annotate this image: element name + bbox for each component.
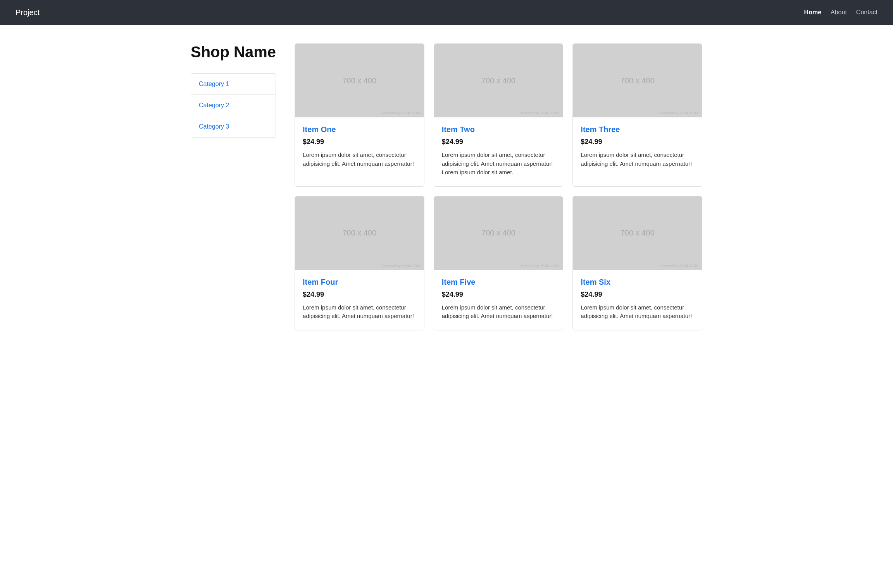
product-info: Item Six$24.99Lorem ipsum dolor sit amet… [573,270,702,330]
product-price: $24.99 [442,138,555,146]
product-card: 700 x 400Powered by HTML.COMItem One$24.… [295,43,424,187]
product-card: 700 x 400Powered by HTML.COMItem Six$24.… [572,196,702,330]
category-link[interactable]: Category 3 [191,116,276,137]
navbar: Project HomeAboutContact [0,0,893,25]
image-watermark: Powered by HTML.COM [660,111,698,115]
product-description: Lorem ipsum dolor sit amet, consectetur … [442,303,555,321]
product-image: 700 x 400Powered by HTML.COM [573,44,702,117]
nav-brand: Project [16,8,40,17]
image-watermark: Powered by HTML.COM [521,111,559,115]
page-container: Shop Name Category 1Category 2Category 3… [175,25,718,349]
image-watermark: Powered by HTML.COM [521,264,559,268]
product-description: Lorem ipsum dolor sit amet, consectetur … [581,151,694,168]
nav-link-item: Home [804,9,821,16]
category-link[interactable]: Category 2 [191,95,276,116]
product-title: Item Five [442,278,555,287]
nav-link[interactable]: About [831,9,847,15]
product-title: Item One [303,125,416,134]
product-card: 700 x 400Powered by HTML.COMItem Three$2… [572,43,702,187]
product-title: Item Four [303,278,416,287]
product-card: 700 x 400Powered by HTML.COMItem Five$24… [434,196,564,330]
nav-links: HomeAboutContact [804,9,877,16]
image-dimension-label: 700 x 400 [342,76,376,85]
product-title: Item Two [442,125,555,134]
image-watermark: Powered by HTML.COM [660,264,698,268]
product-image: 700 x 400Powered by HTML.COM [434,196,563,270]
product-image: 700 x 400Powered by HTML.COM [573,196,702,270]
image-dimension-label: 700 x 400 [621,229,655,237]
product-price: $24.99 [581,291,694,299]
product-title: Item Three [581,125,694,134]
product-price: $24.99 [581,138,694,146]
product-price: $24.99 [442,291,555,299]
nav-link[interactable]: Home [804,9,821,15]
product-grid: 700 x 400Powered by HTML.COMItem One$24.… [295,43,702,330]
product-description: Lorem ipsum dolor sit amet, consectetur … [303,303,416,321]
category-list-item: Category 1 [191,74,276,95]
product-info: Item Five$24.99Lorem ipsum dolor sit ame… [434,270,563,330]
image-dimension-label: 700 x 400 [621,76,655,85]
product-image: 700 x 400Powered by HTML.COM [295,196,424,270]
product-description: Lorem ipsum dolor sit amet, consectetur … [581,303,694,321]
product-title: Item Six [581,278,694,287]
nav-link-item: Contact [856,9,877,16]
category-list-item: Category 3 [191,116,276,137]
product-info: Item Four$24.99Lorem ipsum dolor sit ame… [295,270,424,330]
product-info: Item Two$24.99Lorem ipsum dolor sit amet… [434,117,563,186]
image-dimension-label: 700 x 400 [481,229,515,237]
product-info: Item Three$24.99Lorem ipsum dolor sit am… [573,117,702,177]
product-description: Lorem ipsum dolor sit amet, consectetur … [303,151,416,168]
product-description: Lorem ipsum dolor sit amet, consectetur … [442,151,555,177]
image-dimension-label: 700 x 400 [342,229,376,237]
shop-name: Shop Name [191,43,276,61]
image-dimension-label: 700 x 400 [481,76,515,85]
nav-link-item: About [831,9,847,16]
product-image: 700 x 400Powered by HTML.COM [295,44,424,117]
product-price: $24.99 [303,138,416,146]
image-watermark: Powered by HTML.COM [382,264,420,268]
category-list-item: Category 2 [191,95,276,116]
product-image: 700 x 400Powered by HTML.COM [434,44,563,117]
category-list: Category 1Category 2Category 3 [191,73,276,138]
product-card: 700 x 400Powered by HTML.COMItem Two$24.… [434,43,564,187]
image-watermark: Powered by HTML.COM [382,111,420,115]
category-link[interactable]: Category 1 [191,74,276,95]
sidebar: Shop Name Category 1Category 2Category 3 [191,43,276,330]
product-card: 700 x 400Powered by HTML.COMItem Four$24… [295,196,424,330]
product-info: Item One$24.99Lorem ipsum dolor sit amet… [295,117,424,177]
nav-link[interactable]: Contact [856,9,877,15]
product-price: $24.99 [303,291,416,299]
